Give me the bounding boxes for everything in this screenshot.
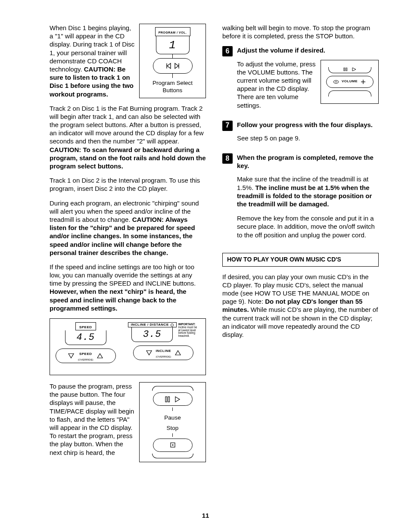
connector-line	[172, 54, 173, 58]
panel-bottom-curve	[152, 454, 193, 458]
text-bold: The incline must be at 1.5% when the tre…	[237, 184, 372, 208]
figure-pause-stop: Pause Stop	[139, 382, 206, 462]
program-select-label: Program Select Buttons	[153, 80, 193, 93]
incline-value-display: 3.5	[131, 327, 173, 342]
step-number-8: 8	[222, 153, 233, 164]
step-number-6: 6	[222, 46, 233, 56]
pause-label: Pause	[164, 414, 181, 421]
step-7-head: Follow your progress with the four displ…	[237, 121, 379, 129]
stop-icon	[170, 442, 176, 448]
text-bold: However, when the next "chirp" is heard,…	[50, 288, 187, 311]
play-icon	[174, 396, 181, 402]
next-track-icon	[174, 62, 181, 69]
text: (OVERRIDE)	[78, 358, 93, 361]
step-number-7: 7	[222, 121, 233, 131]
up-arrow-icon	[97, 353, 103, 359]
cd-display: 1	[156, 36, 190, 54]
para-walking-belt: walking belt will begin to move. To stop…	[222, 24, 379, 40]
speed-value: 4.5	[76, 333, 95, 342]
connector-line	[172, 74, 173, 78]
text: Track 2 on Disc 1 is the Fat Burning pro…	[50, 105, 204, 145]
speed-override-buttons: SPEED (OVERRIDE)	[56, 348, 116, 363]
step-6-body: Adjust the volume if desired. VOLUME	[237, 46, 379, 115]
minus-oval-icon	[333, 80, 339, 84]
stop-button	[153, 439, 193, 452]
step-7-body: Follow your progress with the four displ…	[237, 121, 379, 148]
left-column: PROGRAM / VOL. 1 Program Select Buttons …	[50, 24, 206, 466]
incline-value: 3.5	[143, 330, 162, 339]
step-8-head: When the program is completed, remove th…	[237, 153, 379, 170]
columns: PROGRAM / VOL. 1 Program Select Buttons …	[50, 24, 379, 466]
volume-button: VOLUME	[326, 76, 374, 88]
speed-label: SPEED	[79, 325, 92, 329]
svg-rect-4	[344, 68, 345, 71]
pause-play-button	[153, 392, 193, 406]
step-8: 8 When the program is completed, remove …	[222, 153, 379, 245]
svg-rect-1	[168, 397, 170, 402]
step-7-text: See step 5 on page 9.	[237, 134, 379, 142]
down-arrow-icon	[146, 350, 153, 356]
para-track2: Track 2 on Disc 1 is the Fat Burning pro…	[50, 104, 206, 171]
important-body: Incline must be at lowest level before f…	[178, 326, 197, 337]
incline-label: INCLINE / DISTANCE	[131, 323, 169, 327]
right-column: walking belt will begin to move. To stop…	[222, 24, 379, 466]
program-vol-text: PROGRAM / VOL.	[159, 31, 187, 34]
step-8-text-2: Remove the key from the console and put …	[237, 214, 379, 239]
panel-top	[328, 67, 371, 73]
up-arrow-icon	[174, 350, 181, 356]
pause-icon	[165, 396, 170, 402]
text: (OVERRIDE)	[156, 355, 171, 358]
indicator-dot-icon	[171, 324, 174, 327]
play-icon	[352, 68, 356, 71]
page: PROGRAM / VOL. 1 Program Select Buttons …	[0, 0, 411, 532]
text: If the speed and incline settings are to…	[50, 263, 196, 287]
step-6: 6 Adjust the volume if desired. VOLUME	[222, 46, 379, 115]
connector-line	[172, 408, 173, 411]
step-8-text-1: Make sure that the incline of the treadm…	[237, 175, 379, 208]
important-note: IMPORTANT: Incline must be at lowest lev…	[178, 322, 199, 338]
label-line-1: Program Select	[153, 80, 193, 86]
para-override: If the speed and incline settings are to…	[50, 263, 206, 312]
panel-top-curve	[152, 386, 193, 391]
svg-rect-0	[165, 397, 167, 402]
para-music-cd: If desired, you can play your own music …	[222, 273, 379, 339]
figure-speed-incline: SPEED 4.5 SPEED (OVERRIDE)	[50, 318, 206, 375]
text-bold: CAUTION: To scan forward or backward dur…	[50, 146, 206, 170]
cd-display-digit: 1	[169, 40, 176, 51]
step-6-head: Adjust the volume if desired.	[237, 46, 379, 54]
incline-override-buttons: INCLINE (OVERRIDE)	[133, 345, 193, 360]
incline-label-box: INCLINE / DISTANCE	[128, 322, 177, 327]
prev-track-icon	[165, 62, 171, 69]
svg-point-3	[172, 445, 173, 446]
section-heading-music-cds: HOW TO PLAY YOUR OWN MUSIC CD'S	[222, 253, 379, 267]
panel-bottom	[328, 90, 371, 96]
pause-icon	[343, 68, 348, 71]
figure-volume: VOLUME	[321, 60, 379, 104]
para-chirp: During each program, an electronic "chir…	[50, 199, 206, 257]
volume-text: VOLUME	[342, 79, 358, 84]
text: INCLINE	[156, 349, 171, 353]
incline-btn-text: INCLINE (OVERRIDE)	[156, 347, 171, 359]
stop-label: Stop	[167, 425, 179, 432]
label-line-2: Buttons	[163, 87, 183, 93]
step-8-body: When the program is completed, remove th…	[237, 153, 379, 245]
step-7: 7 Follow your progress with the four dis…	[222, 121, 379, 148]
program-select-button-group	[153, 58, 193, 74]
speed-label-box: SPEED	[75, 322, 96, 330]
figure-program-select: PROGRAM / VOL. 1 Program Select Buttons	[139, 24, 206, 98]
connector-line	[172, 433, 173, 436]
down-arrow-icon	[68, 353, 75, 359]
text: SPEED	[79, 352, 92, 356]
plus-icon	[360, 79, 366, 85]
para-interval: Track 1 on Disc 2 is the Interval progra…	[50, 176, 206, 193]
program-vol-label: PROGRAM / VOL.	[155, 27, 190, 36]
page-number: 11	[0, 512, 411, 519]
speed-block: SPEED 4.5 SPEED (OVERRIDE)	[53, 322, 118, 363]
speed-value-display: 4.5	[65, 330, 106, 345]
svg-rect-5	[346, 68, 347, 71]
speed-btn-text: SPEED (OVERRIDE)	[78, 350, 93, 362]
incline-block: INCLINE / DISTANCE 3.5 IMPORTANT: Inclin…	[125, 322, 202, 360]
